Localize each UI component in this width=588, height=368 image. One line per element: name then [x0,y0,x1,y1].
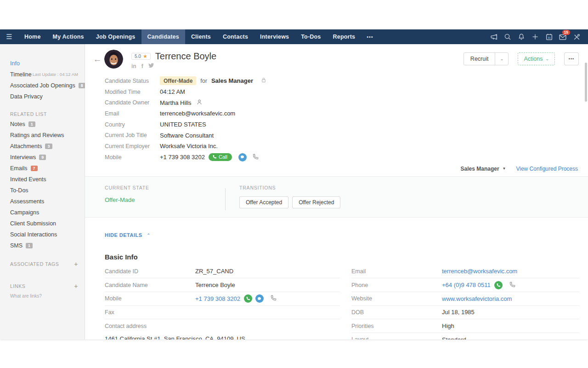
status-badge: Offer-Made [160,76,196,85]
offer-accepted-button[interactable]: Offer Accepted [239,196,288,208]
scrollbar[interactable] [585,63,587,102]
sidebar-item-attachments[interactable]: Attachments3 [0,141,85,152]
mobile-link[interactable]: +1 739 308 3202 [195,295,240,302]
phone-link[interactable]: +64 (0)9 478 0511 [442,282,491,288]
plus-icon[interactable] [528,29,542,44]
nav-item-my-actions[interactable]: My Actions [47,29,90,44]
blueprint-state-section: CURRENT STATE Offer-Made TRANSITIONS Off… [85,176,588,218]
sidebar-item-ratings-reviews[interactable]: Ratings and Reviews [0,130,85,141]
field-value: UNITED STATES [160,121,206,128]
field-label: Candidate Name [105,282,195,288]
basic-info-right-column: Emailterrenceb@worksafevic.com Phone +64… [351,265,580,340]
field-row-dob: DOBJul 18, 1985 [351,306,580,320]
add-tag-button[interactable]: + [74,260,78,268]
sidebar-item-assessments[interactable]: Assessments [0,196,85,207]
field-row-current-employer: Current EmployerWorksafe Victoria Inc. [105,141,588,152]
nav-utility-icons: 31 15 [487,29,588,44]
sidebar-item-campaigns[interactable]: Campaigns [0,207,85,218]
call-button[interactable]: Call [209,153,232,161]
nav-item-reports[interactable]: Reports [327,29,362,44]
sidebar-item-timeline[interactable]: TimelineLast Update : 04:12 AM [0,69,85,80]
status-job-opening[interactable]: Sales Manager [211,77,253,84]
linkedin-icon[interactable]: in [131,63,136,69]
sms-chat-icon[interactable] [255,294,264,303]
sidebar-item-emails[interactable]: Emails7 [0,163,85,174]
field-value: 04:12 AM [160,88,185,95]
sidebar-item-interviews[interactable]: Interviews9 [0,152,85,163]
nav-item-clients[interactable]: Clients [185,29,217,44]
field-value: Worksafe Victoria Inc. [160,143,218,150]
recruit-dropdown-chevron-icon[interactable]: ⌄ [495,53,508,65]
search-icon[interactable] [501,29,514,44]
field-row-candidate-status: Candidate Status Offer-Made for Sales Ma… [105,75,588,86]
count-badge: 1 [26,243,33,248]
email-link[interactable]: terrenceb@worksafevic.com [442,268,517,275]
nav-item-candidates[interactable]: Candidates [141,29,185,44]
whatsapp-call-icon[interactable] [494,281,503,289]
sms-chat-icon[interactable] [238,153,247,161]
sidebar-item-invited-events[interactable]: Invited Events [0,174,85,185]
field-row-email-detail: Emailterrenceb@worksafevic.com [351,265,580,279]
field-row-modified-time: Modified Time04:12 AM [105,86,588,98]
view-configured-process-link[interactable]: View Configured Process [516,166,578,172]
summary-fields: Candidate Status Offer-Made for Sales Ma… [85,72,588,163]
sidebar-item-to-dos[interactable]: To-Dos [0,185,85,196]
back-button[interactable]: ← [90,54,104,64]
header-actions: Recruit ⌄ Actions⌄ ••• [464,52,579,65]
sidebar-item-sms[interactable]: SMS1 [0,240,85,251]
sidebar-item-notes[interactable]: Notes1 [0,119,85,130]
field-label: Mobile [105,295,195,302]
hamburger-icon[interactable]: ☰ [0,29,18,44]
field-row-phone: Phone +64 (0)9 478 0511 [351,278,580,292]
phone-icon[interactable] [509,281,516,289]
offer-rejected-button[interactable]: Offer Rejected [292,196,340,208]
sidebar-item-data-privacy[interactable]: Data Privacy [0,91,85,102]
basic-info-heading: Basic Info [105,253,588,261]
nav-item-home[interactable]: Home [18,29,47,44]
whatsapp-call-icon[interactable] [244,294,252,303]
add-link-button[interactable]: + [74,282,78,290]
tools-icon[interactable] [570,29,583,44]
contact-address-value: 1461 California St #1, San Francisco, CA… [105,333,340,339]
sidebar-item-associated-job-openings[interactable]: Associated Job Openings8 [0,80,85,91]
hide-details-toggle[interactable]: HIDE DETAILS⌃ [105,232,151,238]
field-label: Email [105,110,160,117]
actions-button[interactable]: Actions⌄ [518,52,555,65]
recruit-button[interactable]: Recruit [464,53,496,65]
what-are-links-link[interactable]: What are links? [0,292,85,300]
announcement-icon[interactable] [487,29,501,44]
calendar-icon[interactable]: 31 [542,29,556,44]
field-label: DOB [351,309,442,316]
sidebar-item-social-interactions[interactable]: Social Interactions [0,229,85,240]
phone-icon[interactable] [252,153,259,161]
nav-item-contacts[interactable]: Contacts [217,29,254,44]
phone-icon[interactable] [270,294,277,303]
twitter-icon[interactable] [148,63,154,69]
chevron-up-icon: ⌃ [147,233,151,237]
associated-tags-heading: ASSOCIATED TAGS+ [0,251,85,270]
candidate-name-title: Terrence Boyle [155,51,216,62]
star-icon: ★ [143,54,147,59]
record-sidebar: Info TimelineLast Update : 04:12 AM Asso… [0,44,85,339]
top-nav: ☰ Home My Actions Job Openings Candidate… [0,29,588,44]
bell-icon[interactable] [514,29,528,44]
mail-icon[interactable]: 15 [556,29,570,44]
website-link[interactable]: www.worksafevictoria.com [442,295,512,302]
field-label: Layout [351,336,442,339]
rating-badge[interactable]: 5.0★ [131,53,151,60]
field-label: Priorities [351,323,442,329]
nav-item-interviews[interactable]: Interviews [254,29,295,44]
change-owner-icon[interactable] [196,99,203,107]
field-value: Jul 18, 1985 [442,309,475,316]
sidebar-item-info[interactable]: Info [0,58,85,69]
nav-item-to-dos[interactable]: To-Dos [295,29,327,44]
field-label: Candidate Status [105,78,160,84]
nav-item-job-openings[interactable]: Job Openings [90,29,141,44]
more-options-button[interactable]: ••• [564,52,579,65]
nav-overflow-button[interactable]: ••• [361,29,379,44]
links-heading: LINKS+ [0,273,85,292]
field-value: ZR_57_CAND [195,268,233,275]
sidebar-item-client-submission[interactable]: Client Submission [0,218,85,229]
process-selector[interactable]: Sales Manager▼ [461,166,506,172]
facebook-icon[interactable]: f [141,63,143,69]
